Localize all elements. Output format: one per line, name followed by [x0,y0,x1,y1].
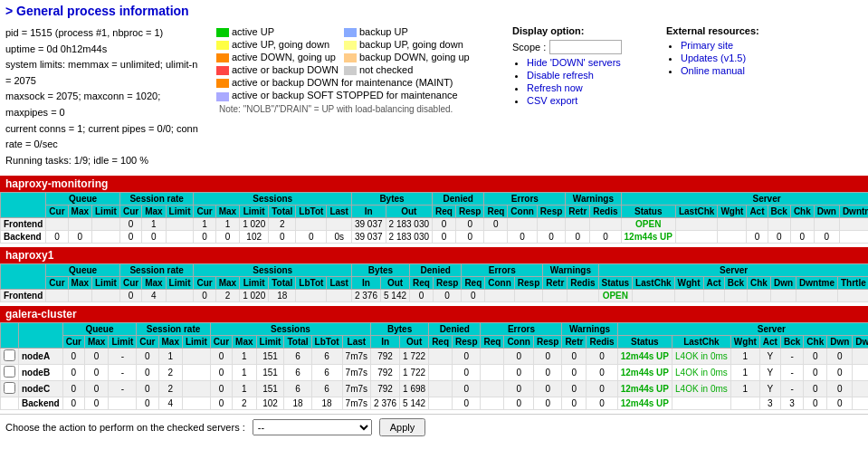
section-haproxy-monitoring: haproxy-monitoring Queue Session rate Se… [0,176,868,244]
table-row: nodeC 00- 02 01151667m7s 7921 698 0 00 0… [1,381,869,397]
conns-info: current conns = 1; current pipes = 0/0; … [5,121,205,153]
nodeB-checkbox[interactable] [4,366,15,378]
th-bytes: Bytes [351,193,432,206]
th-denied: Denied [433,193,484,206]
nodeC-checkbox[interactable] [4,382,15,394]
apply-button[interactable]: Apply [379,418,426,436]
table-row: Backend 00 00 00102000s 39 0372 183 030 … [1,231,869,244]
page-title: > General process information [0,0,868,22]
external-resources: External resources: Primary site Updates… [666,25,863,168]
system-limits-info: system limits: memmax = unlimited; ulimi… [5,57,205,89]
legend-note: Note: "NOLB"/"DRAIN" = UP with load-bala… [214,102,503,116]
display-options: Display option: Scope : Hide 'DOWN' serv… [512,25,657,168]
maxsock-info: maxsock = 2075; maxconn = 1020; maxpipes… [5,89,205,120]
bottom-bar: Choose the action to perform on the chec… [0,414,868,440]
legend: active UP backup UP active UP, going dow… [214,25,503,168]
th-sessions: Sessions [194,193,351,206]
section-haproxy1: haproxy1 Queue Session rate Sessions Byt… [0,247,868,302]
haproxy-monitoring-table: Queue Session rate Sessions Bytes Denied… [0,192,868,244]
online-manual-link[interactable]: Online manual [681,65,745,76]
row-backend-label: Backend [1,231,46,244]
table-row: nodeA 00- 01 01151667m7s 7921 722 0 00 0… [1,349,869,365]
th-server: Server [621,193,868,206]
section-header-haproxy-monitoring: haproxy-monitoring [0,176,868,192]
th-session-rate: Session rate [119,193,194,206]
process-info: pid = 1515 (process #1, nbproc = 1) upti… [5,25,205,168]
scope-label: Scope : [512,42,546,53]
uptime-info: uptime = 0d 0h12m44s [5,42,205,58]
th-queue-label [1,193,46,218]
display-options-title: Display option: [512,25,657,36]
external-resources-title: External resources: [666,25,863,36]
haproxy1-table: Queue Session rate Sessions Bytes Denied… [0,263,868,302]
refresh-now-link[interactable]: Refresh now [527,82,583,93]
hide-down-link[interactable]: Hide 'DOWN' servers [527,57,621,68]
action-select[interactable]: -- Disable health checks Enable health c… [253,419,372,435]
th-queue: Queue [46,193,120,206]
th-warnings: Warnings [566,193,621,206]
nodeA-checkbox[interactable] [4,349,15,361]
section-galera-cluster: galera-cluster Queue Session rate Sessio… [0,306,868,410]
bottom-bar-text: Choose the action to perform on the chec… [5,422,245,433]
disable-refresh-link[interactable]: Disable refresh [527,70,594,81]
th-errors: Errors [484,193,566,206]
primary-site-link[interactable]: Primary site [681,40,733,51]
section-header-galera-cluster: galera-cluster [0,306,868,322]
table-row: Frontend 04 021 02018 2 3765 142 00 0 OP… [1,290,869,302]
tasks-info: Running tasks: 1/9; idle = 100 % [5,153,205,169]
pid-info: pid = 1515 (process #1, nbproc = 1) [5,25,205,42]
section-header-haproxy1: haproxy1 [0,247,868,263]
scope-input[interactable] [549,40,622,54]
table-row: nodeB 00- 02 01151667m7s 7921 722 0 00 0… [1,365,869,381]
updates-link[interactable]: Updates (v1.5) [681,53,746,63]
galera-cluster-table: Queue Session rate Sessions Bytes Denied… [0,322,868,410]
csv-export-link[interactable]: CSV export [527,95,577,106]
table-row: Backend 00 04 0210218187m7s 2 3765 142 0… [1,397,869,410]
table-row: Frontend 01 111 0202 39 0372 183 030 00 … [1,218,869,231]
row-frontend-label: Frontend [1,218,46,231]
